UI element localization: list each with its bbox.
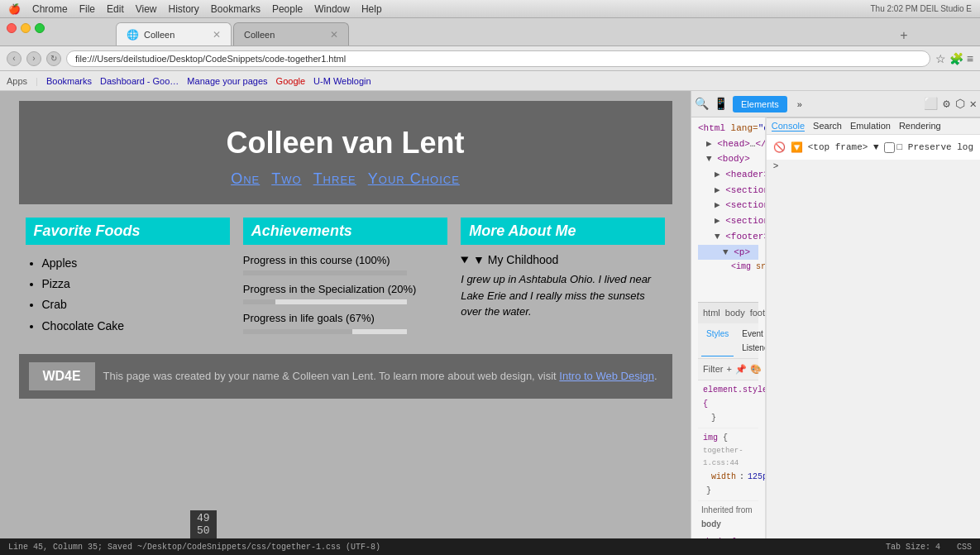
bookmark-star-icon[interactable]: ☆ <box>935 52 946 65</box>
window-menu[interactable]: Window <box>314 3 350 15</box>
bookmark-manage[interactable]: Manage your pages <box>187 76 267 86</box>
extension-icon[interactable]: 🧩 <box>949 52 963 65</box>
browser-actions[interactable]: ☆ 🧩 ≡ <box>935 52 973 65</box>
dom-line-img[interactable]: <img src="http://www.intro- webdesign.co… <box>698 260 758 302</box>
dom-line-body[interactable]: ▼ <body> <box>698 151 758 167</box>
breadcrumb-footer[interactable]: footer <box>750 305 766 321</box>
forward-button[interactable]: › <box>26 51 41 66</box>
preserve-log-checkbox[interactable] <box>884 142 895 153</box>
food-item-2: Pizza <box>42 274 230 294</box>
back-button[interactable]: ‹ <box>7 51 22 66</box>
apple-menu[interactable]: 🍎 <box>8 3 21 15</box>
tab-styles[interactable]: Styles <box>701 325 734 356</box>
dt-close-icon[interactable]: ✕ <box>970 97 977 111</box>
file-menu[interactable]: File <box>79 3 95 15</box>
dom-line-section1[interactable]: ▶ <section>…</section> <box>698 183 758 199</box>
minimize-button[interactable] <box>21 23 31 33</box>
nav-link-two[interactable]: Two <box>271 170 301 187</box>
achievement-1: Progress in this course (100%) <box>243 253 447 275</box>
search-tab[interactable]: Search <box>813 121 842 132</box>
traffic-lights[interactable] <box>7 23 45 33</box>
mac-menu[interactable]: 🍎 Chrome File Edit View History Bookmark… <box>8 3 382 15</box>
dt-layout-icon[interactable]: ⬡ <box>955 97 965 111</box>
emulation-tab[interactable]: Emulation <box>850 121 891 132</box>
chrome-menu-icon[interactable]: ≡ <box>967 52 973 65</box>
edit-menu[interactable]: Edit <box>107 3 124 15</box>
childhood-details[interactable]: ▼ My Childhood I grew up in Ashtabula Oh… <box>461 253 665 320</box>
tab-event-listeners[interactable]: Event Listeners <box>737 325 766 356</box>
dom-line-doctype[interactable]: <html lang="en"> ▶ <head>…</head> ▼ <bod… <box>698 121 758 302</box>
dom-line-footer[interactable]: ▼ <footer> <box>698 229 758 245</box>
footer-logo: WD4E <box>29 362 95 390</box>
maximize-button[interactable] <box>35 23 45 33</box>
console-tab[interactable]: Console <box>772 121 805 132</box>
childhood-summary[interactable]: ▼ My Childhood <box>461 253 665 266</box>
breadcrumb-html[interactable]: html <box>703 305 720 321</box>
filter-toggle-icon[interactable]: 🎨 <box>750 361 762 377</box>
console-input[interactable] <box>782 161 973 171</box>
view-menu[interactable]: View <box>136 3 157 15</box>
footer-link[interactable]: Intro to Web Design <box>559 370 654 382</box>
console-content: 🚫 🔽 <top frame> ▼ □ Preserve log <box>767 135 980 160</box>
tab-bar: 🌐 Colleen ✕ Colleen ✕ + <box>0 18 980 46</box>
bookmark-google[interactable]: Google <box>276 76 305 86</box>
tab-more[interactable]: » <box>789 96 810 112</box>
dom-line-head[interactable]: ▶ <head>…</head> <box>698 136 758 152</box>
history-menu[interactable]: History <box>169 3 199 15</box>
bookmarks-menu[interactable]: Bookmarks <box>211 3 261 15</box>
console-frame-selector[interactable]: <top frame> ▼ <box>808 142 879 152</box>
dom-line-section3[interactable]: ▶ <section>…</section> <box>698 213 758 229</box>
dt-console-icon[interactable]: ⬜ <box>924 97 938 111</box>
bookmark-dashboard[interactable]: Dashboard - Goo… <box>100 76 179 86</box>
childhood-text: I grew up in Ashtabula Ohio. I lived nea… <box>461 271 665 320</box>
dt-phone-icon[interactable]: 📱 <box>714 97 728 111</box>
new-tab-button[interactable]: + <box>894 26 914 45</box>
reload-button[interactable]: ↻ <box>46 51 61 66</box>
breadcrumb-body[interactable]: body <box>725 305 745 321</box>
tab-inactive[interactable]: Colleen ✕ <box>233 22 349 45</box>
tab-close-active[interactable]: ✕ <box>213 29 221 41</box>
dom-line-p[interactable]: ▼ <p> <box>698 245 758 261</box>
progress-bar-1-bg <box>243 270 407 275</box>
filter-add-icon[interactable]: + <box>726 361 731 377</box>
bookmark-apps[interactable]: Apps <box>7 76 27 86</box>
people-menu[interactable]: People <box>272 3 303 15</box>
filter-pin-icon[interactable]: 📌 <box>735 361 747 377</box>
bookmarks-bar: Apps | Bookmarks Dashboard - Goo… Manage… <box>0 71 980 91</box>
more-section: More About Me ▼ My Childhood I grew up i… <box>461 218 665 341</box>
nav-link-choice[interactable]: Your Choice <box>368 170 460 187</box>
bookmark-weblogin[interactable]: U-M Weblogin <box>313 76 371 86</box>
console-clear-icon[interactable]: 🚫 <box>773 141 786 154</box>
progress-bar-2-fill <box>243 299 276 304</box>
dt-search-icon[interactable]: 🔍 <box>695 97 709 111</box>
styles-panel-tabs: Styles Event Listeners DOM Breakpoints » <box>698 323 758 359</box>
webpage-area: Colleen van Lent One Two Three Your Choi… <box>0 91 691 555</box>
nav-link-three[interactable]: Three <box>313 170 356 187</box>
page-footer: WD4E This page was created by your name … <box>19 354 672 399</box>
chrome-menu[interactable]: Chrome <box>32 3 68 15</box>
foods-heading: Favorite Foods <box>26 218 230 245</box>
bookmark-bookmarks[interactable]: Bookmarks <box>46 76 92 86</box>
console-bar: Console Search Emulation Rendering 🚫 🔽 <… <box>767 117 980 555</box>
line-50: 50 <box>197 524 210 537</box>
content-area: Favorite Foods Apples Pizza Crab Chocola… <box>19 204 672 354</box>
close-button[interactable] <box>7 23 17 33</box>
tab-active[interactable]: 🌐 Colleen ✕ <box>116 22 232 45</box>
img-rule-close: } <box>703 486 711 495</box>
styles-filter-bar: Filter + 📌 🎨 <box>698 359 758 380</box>
dom-line-section2[interactable]: ▶ <section>…</section> <box>698 198 758 213</box>
console-filter-icon[interactable]: 🔽 <box>791 141 803 154</box>
tab-elements[interactable]: Elements <box>733 96 787 112</box>
help-menu[interactable]: Help <box>361 3 382 15</box>
dom-line-header[interactable]: ▶ <header>…</header> <box>698 167 758 183</box>
rendering-tab[interactable]: Rendering <box>899 121 941 132</box>
dom-line-html[interactable]: <html lang="en"> <box>698 121 758 136</box>
devtools-tab-bar: 🔍 📱 Elements » ⬜ ⚙ ⬡ ✕ <box>691 91 980 117</box>
dt-gear-icon[interactable]: ⚙ <box>943 97 949 111</box>
footer-text: This page was created by your name & Col… <box>103 370 657 382</box>
nav-link-one[interactable]: One <box>231 170 260 187</box>
more-heading: More About Me <box>461 218 665 245</box>
tab-close-inactive[interactable]: ✕ <box>330 29 338 41</box>
lang-info: CSS <box>957 543 972 552</box>
url-bar[interactable]: file:///Users/deilstudioe/Desktop/CodeSn… <box>66 50 930 67</box>
